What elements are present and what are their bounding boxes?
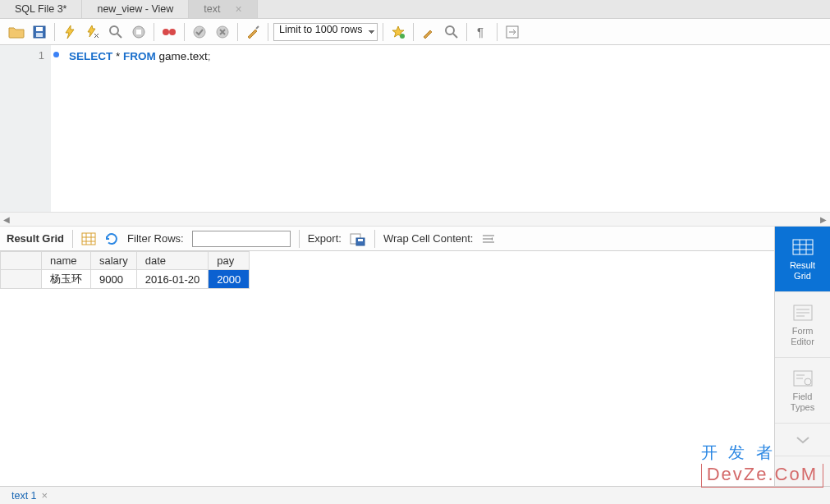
limit-label: Limit to 1000 rows bbox=[279, 24, 362, 35]
explain-button[interactable] bbox=[106, 22, 126, 42]
sql-code-area[interactable]: SELECT * FROM game.text; bbox=[51, 45, 830, 212]
side-scroll-down[interactable] bbox=[775, 424, 830, 456]
editor-tabs-bar: SQL File 3* new_view - View text × bbox=[0, 0, 830, 19]
grid-view-button[interactable] bbox=[81, 232, 96, 245]
close-icon[interactable]: × bbox=[235, 2, 241, 16]
column-header[interactable]: name bbox=[42, 252, 91, 270]
cell-pay[interactable]: 2000 bbox=[209, 270, 250, 289]
wrap-cell-button[interactable] bbox=[481, 233, 496, 245]
svg-rect-24 bbox=[358, 239, 363, 241]
toggle-wrap-button[interactable] bbox=[502, 22, 522, 42]
cell-salary[interactable]: 9000 bbox=[91, 270, 137, 289]
beautify-sql-button[interactable] bbox=[419, 22, 438, 42]
execute-button[interactable] bbox=[60, 22, 80, 42]
wrap-icon bbox=[505, 25, 520, 39]
favorite-button[interactable] bbox=[388, 22, 408, 42]
lightning-icon bbox=[63, 25, 76, 39]
scroll-left-icon[interactable]: ◀ bbox=[0, 215, 13, 224]
side-label: Field Types bbox=[791, 392, 814, 411]
export-button[interactable] bbox=[350, 231, 366, 246]
sql-text: * bbox=[112, 50, 123, 62]
rollback-button[interactable] bbox=[213, 22, 232, 42]
editor-hscrollbar[interactable]: ◀ ▶ bbox=[0, 212, 830, 227]
grid-icon bbox=[81, 232, 96, 245]
paintbrush-icon bbox=[421, 25, 436, 39]
result-table-area: name salary date pay 杨玉环 9000 2016-01-20… bbox=[0, 251, 830, 289]
result-side-panel: Result Grid Form Editor Field Types bbox=[774, 227, 830, 486]
svg-line-11 bbox=[256, 26, 259, 29]
separator bbox=[184, 23, 185, 41]
result-grid-label: Result Grid bbox=[7, 232, 64, 245]
toggle-autocommit-button[interactable] bbox=[159, 22, 179, 42]
result-grid-icon bbox=[791, 237, 814, 257]
side-field-types[interactable]: Field Types bbox=[775, 358, 830, 424]
separator bbox=[497, 23, 498, 41]
sql-keyword: FROM bbox=[123, 50, 156, 62]
result-grid[interactable]: name salary date pay 杨玉环 9000 2016-01-20… bbox=[0, 251, 830, 289]
chevron-down-icon bbox=[795, 435, 811, 445]
tab-new-view[interactable]: new_view - View bbox=[82, 0, 189, 18]
beautify-button[interactable] bbox=[243, 22, 263, 42]
result-tabs-bar: text 1 × bbox=[0, 486, 830, 504]
tab-text[interactable]: text × bbox=[189, 0, 257, 18]
separator bbox=[237, 23, 238, 41]
export-label: Export: bbox=[308, 232, 342, 245]
limit-rows-select[interactable]: Limit to 1000 rows bbox=[273, 23, 378, 41]
execute-current-button[interactable] bbox=[83, 22, 103, 42]
refresh-icon bbox=[104, 231, 119, 246]
row-header[interactable] bbox=[1, 270, 42, 289]
svg-text:¶: ¶ bbox=[477, 25, 484, 39]
cell-name[interactable]: 杨玉环 bbox=[42, 270, 91, 289]
separator bbox=[72, 230, 73, 248]
sql-identifier: game.text bbox=[156, 50, 208, 62]
export-icon bbox=[350, 231, 366, 246]
folder-icon bbox=[8, 25, 25, 39]
cell-date[interactable]: 2016-01-20 bbox=[136, 270, 209, 289]
result-toolbar: Result Grid Filter Rows: Export: Wrap Ce… bbox=[0, 227, 830, 251]
separator bbox=[268, 23, 268, 41]
commit-button[interactable] bbox=[190, 22, 209, 42]
field-types-icon bbox=[791, 369, 814, 388]
column-header[interactable]: salary bbox=[91, 252, 137, 270]
find-button[interactable] bbox=[442, 22, 461, 42]
svg-point-9 bbox=[194, 26, 205, 38]
table-header-row: name salary date pay bbox=[1, 252, 250, 270]
result-tab-text-1[interactable]: text 1 × bbox=[7, 489, 53, 502]
separator bbox=[413, 23, 414, 41]
tab-label: text bbox=[204, 3, 220, 15]
refresh-button[interactable] bbox=[104, 231, 119, 246]
save-icon bbox=[33, 25, 46, 39]
star-icon bbox=[391, 25, 406, 39]
broom-icon bbox=[245, 25, 260, 39]
save-button[interactable] bbox=[30, 22, 49, 42]
sql-keyword: SELECT bbox=[69, 50, 112, 62]
close-icon[interactable]: × bbox=[42, 489, 48, 502]
rollback-icon bbox=[215, 25, 230, 39]
side-result-grid[interactable]: Result Grid bbox=[775, 227, 830, 292]
magnify-icon bbox=[108, 25, 123, 39]
side-label: Result Grid bbox=[790, 260, 815, 280]
result-table: name salary date pay 杨玉环 9000 2016-01-20… bbox=[0, 251, 250, 289]
column-header[interactable]: pay bbox=[209, 252, 250, 270]
separator bbox=[466, 23, 467, 41]
row-header-corner[interactable] bbox=[1, 252, 42, 270]
column-header[interactable]: date bbox=[136, 252, 209, 270]
svg-point-3 bbox=[110, 26, 118, 34]
stop-button[interactable] bbox=[129, 22, 149, 42]
filter-rows-input[interactable] bbox=[192, 231, 291, 247]
toggle-invisible-button[interactable]: ¶ bbox=[472, 22, 492, 42]
sql-editor[interactable]: 1 SELECT * FROM game.text; bbox=[0, 45, 830, 212]
line-number: 1 bbox=[0, 48, 44, 63]
search-icon bbox=[444, 25, 459, 39]
svg-point-12 bbox=[400, 34, 405, 39]
form-editor-icon bbox=[791, 303, 814, 323]
sql-toolbar: Limit to 1000 rows ¶ bbox=[0, 19, 830, 45]
svg-line-4 bbox=[117, 34, 122, 38]
tab-sql-file-3[interactable]: SQL File 3* bbox=[0, 0, 82, 18]
side-form-editor[interactable]: Form Editor bbox=[775, 292, 830, 358]
svg-rect-1 bbox=[36, 27, 43, 31]
open-file-button[interactable] bbox=[7, 22, 26, 42]
scroll-right-icon[interactable]: ▶ bbox=[817, 215, 830, 224]
table-row[interactable]: 杨玉环 9000 2016-01-20 2000 bbox=[1, 270, 250, 289]
autocommit-icon bbox=[161, 25, 177, 39]
